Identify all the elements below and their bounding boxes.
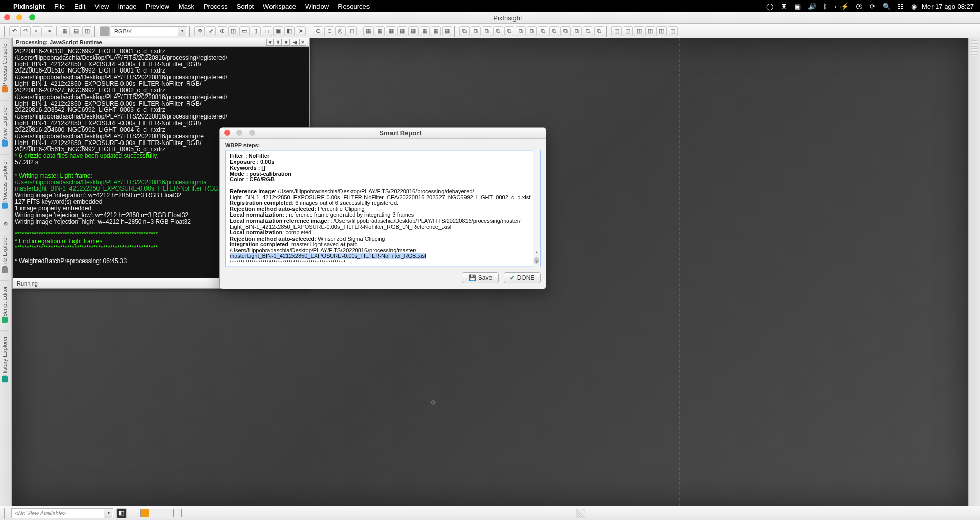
status-app-icon[interactable]: ▣ <box>795 3 801 10</box>
dock-tab-file-explorer[interactable]: File Explorer <box>0 230 9 281</box>
menu-script[interactable]: Script <box>237 3 254 10</box>
grid-icon-8[interactable]: ▦ <box>442 26 452 36</box>
win-icon-2[interactable]: ⧉ <box>471 26 481 36</box>
win-icon-4[interactable]: ⧉ <box>493 26 503 36</box>
mask-icon-2[interactable]: ◫ <box>623 26 633 36</box>
menubar-app-name[interactable]: PixInsight <box>13 3 45 10</box>
dialog-titlebar[interactable]: Smart Report <box>220 128 546 139</box>
tool-icon-d[interactable]: □ <box>262 26 272 36</box>
toolbar-grip6[interactable] <box>606 26 609 37</box>
workspace-divider[interactable] <box>679 38 680 506</box>
bottom-grip2[interactable] <box>131 508 134 519</box>
grid-icon-1[interactable]: ▦ <box>363 26 374 36</box>
grid-icon-2[interactable]: ▦ <box>375 26 385 36</box>
zoom-11-icon[interactable]: ◎ <box>335 26 346 36</box>
channel-swatch[interactable] <box>100 26 110 36</box>
icon-btn-1[interactable]: ▦ <box>60 26 70 36</box>
swatch-2[interactable] <box>149 509 157 517</box>
dock-tab-history-explorer[interactable]: History Explorer <box>0 330 9 390</box>
icon-btn-3[interactable]: ◫ <box>82 26 92 36</box>
icon-btn-2[interactable]: ▤ <box>71 26 81 36</box>
toolbar-grip[interactable] <box>4 26 7 37</box>
toolbar-grip4[interactable] <box>308 26 311 37</box>
tool-icon-e[interactable]: ▣ <box>273 26 283 36</box>
console-pin-icon[interactable]: ▾ <box>266 39 274 46</box>
menu-process[interactable]: Process <box>204 3 228 10</box>
menu-resources[interactable]: Resources <box>338 3 370 10</box>
status-wifi-icon[interactable]: ⦿ <box>856 3 863 10</box>
status-siri-icon[interactable]: ◉ <box>911 3 917 10</box>
menu-image[interactable]: Image <box>118 3 136 10</box>
mask-icon-3[interactable]: ◫ <box>634 26 644 36</box>
bottom-center-grip[interactable] <box>576 509 585 518</box>
swatch-3[interactable] <box>157 509 165 517</box>
menubar-datetime[interactable]: Mer 17 ago 08:27 <box>922 3 974 10</box>
menu-file[interactable]: File <box>54 3 65 10</box>
win-icon-9[interactable]: ⧉ <box>549 26 559 36</box>
win-icon-10[interactable]: ⧉ <box>560 26 571 36</box>
tool-icon-c[interactable]: ▯ <box>251 26 261 36</box>
zoom-fit-icon[interactable]: ◻ <box>347 26 357 36</box>
dock-tab-script-editor[interactable]: Script Editor <box>0 280 9 330</box>
zoom-in-icon[interactable]: ⊕ <box>313 26 323 36</box>
status-shield-icon[interactable]: ⛨ <box>781 3 788 10</box>
win-icon-6[interactable]: ⧉ <box>516 26 526 36</box>
tool-icon-a[interactable]: ◫ <box>228 26 238 36</box>
dock-tab-process-console[interactable]: Process Console <box>0 38 9 100</box>
status-sync-icon[interactable]: ⟳ <box>870 3 875 10</box>
redo-all-button[interactable]: ⇥ <box>43 26 53 36</box>
win-icon-13[interactable]: ⧉ <box>594 26 604 36</box>
dock-tab-gear[interactable]: ⚙ <box>0 217 10 230</box>
swatch-5[interactable] <box>173 509 182 517</box>
bottom-grip[interactable] <box>4 508 7 519</box>
grid-icon-4[interactable]: ▦ <box>397 26 407 36</box>
grid-icon-5[interactable]: ▦ <box>408 26 419 36</box>
menu-mask[interactable]: Mask <box>179 3 194 10</box>
menu-preview[interactable]: Preview <box>146 3 169 10</box>
minimize-window-icon[interactable] <box>16 14 22 20</box>
tool-icon-b[interactable]: ▭ <box>239 26 250 36</box>
toolbar-grip2[interactable] <box>94 26 97 37</box>
tool-icon-f[interactable]: ◧ <box>284 26 295 36</box>
dock-tab-view-explorer[interactable]: View Explorer <box>0 100 9 154</box>
console-stop-icon[interactable]: ■ <box>283 39 290 46</box>
save-button[interactable]: 💾Save <box>462 272 499 283</box>
toolbar-grip3[interactable] <box>189 26 192 37</box>
win-icon-11[interactable]: ⧉ <box>572 26 582 36</box>
status-battery-icon[interactable]: ▭⚡ <box>835 3 849 10</box>
bottom-view-selector[interactable]: <No View Available> ▾ <box>11 508 113 518</box>
mask-icon-1[interactable]: ◫ <box>611 26 622 36</box>
redo-button[interactable]: ↷ <box>20 26 31 36</box>
status-search-icon[interactable]: 🔍 <box>883 3 891 10</box>
done-button[interactable]: ✔DONE <box>504 272 541 283</box>
report-scrollbar[interactable]: ▴ ▾ <box>533 150 540 267</box>
status-bluetooth-icon[interactable]: ᛒ <box>823 3 827 10</box>
win-icon-3[interactable]: ⧉ <box>482 26 492 36</box>
win-icon-12[interactable]: ⧉ <box>583 26 593 36</box>
undo-all-button[interactable]: ⇤ <box>32 26 42 36</box>
highlighted-output-path[interactable]: masterLight_BIN-1_4212x2850_EXPOSURE-0.0… <box>230 253 426 259</box>
zoom-out-icon[interactable]: ⊖ <box>324 26 334 36</box>
scroll-up-icon[interactable]: ▴ <box>533 250 540 257</box>
console-prev-icon[interactable]: ◀ <box>291 39 298 46</box>
status-volume-icon[interactable]: 🔊 <box>808 3 816 10</box>
console-titlebar[interactable]: Processing: JavaScript Runtime ▾ ⇕ ■ ◀ ✕ <box>13 38 309 47</box>
swatch-4[interactable] <box>165 509 174 517</box>
console-up-icon[interactable]: ⇕ <box>275 39 282 46</box>
menu-edit[interactable]: Edit <box>74 3 85 10</box>
workspace[interactable]: ✥ Processing: JavaScript Runtime ▾ ⇕ ■ ◀… <box>12 38 968 506</box>
menu-view[interactable]: View <box>94 3 109 10</box>
win-icon-5[interactable]: ⧉ <box>504 26 514 36</box>
menu-window[interactable]: Window <box>305 3 329 10</box>
grid-icon-3[interactable]: ▦ <box>386 26 396 36</box>
grid-icon-7[interactable]: ▦ <box>431 26 441 36</box>
grid-icon-6[interactable]: ▦ <box>420 26 430 36</box>
menu-workspace[interactable]: Workspace <box>263 3 296 10</box>
bottom-color-value-icon[interactable]: ◧ <box>116 508 127 518</box>
scroll-down-icon[interactable]: ▾ <box>533 259 540 267</box>
report-textarea[interactable]: Filter : NoFilter Exposure : 0.00s Keywo… <box>225 150 541 267</box>
fit-view-icon[interactable]: ⤢ <box>206 26 216 36</box>
mask-icon-4[interactable]: ◫ <box>645 26 655 36</box>
toolbar-grip5[interactable] <box>454 26 457 37</box>
zoom-window-icon[interactable] <box>29 14 35 20</box>
